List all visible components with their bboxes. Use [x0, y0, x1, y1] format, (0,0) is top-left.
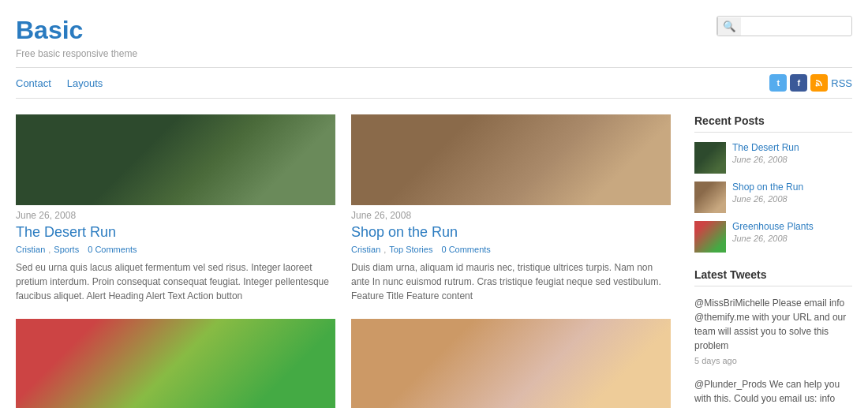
- recent-post-info: Greenhouse Plants June 26, 2008: [732, 221, 814, 243]
- latest-tweets-heading: Latest Tweets: [694, 268, 852, 286]
- post-excerpt: Sed eu urna quis lacus aliquet fermentum…: [16, 260, 335, 303]
- nav-contact[interactable]: Contact: [16, 77, 51, 89]
- post-image-girl: [351, 319, 671, 408]
- post-card: June 26, 2008 The Desert Run Cristian , …: [16, 114, 335, 303]
- post-category-link[interactable]: Top Stories: [389, 245, 432, 254]
- post-category-link[interactable]: Sports: [54, 245, 79, 254]
- recent-post-title[interactable]: Shop on the Run: [732, 182, 803, 194]
- social-icons: t f RSS: [769, 74, 852, 92]
- nav-links: Contact Layouts: [16, 77, 103, 89]
- recent-post-thumb-greenhouse: [694, 221, 726, 253]
- posts-grid: June 26, 2008 The Desert Run Cristian , …: [16, 114, 671, 408]
- facebook-icon[interactable]: f: [790, 74, 807, 92]
- rss-icon[interactable]: [810, 74, 828, 92]
- search-input[interactable]: [741, 17, 851, 35]
- recent-posts-heading: Recent Posts: [694, 114, 852, 133]
- search-form: 🔍: [716, 16, 852, 36]
- post-title-shop[interactable]: Shop on the Run: [351, 224, 671, 241]
- post-meta-sep2: [82, 245, 84, 254]
- post-author-link[interactable]: Cristian: [16, 245, 45, 254]
- post-image-desert: [16, 114, 335, 205]
- post-date: June 26, 2008: [16, 210, 335, 221]
- post-date: June 26, 2008: [351, 210, 671, 221]
- post-excerpt: Duis diam urna, aliquam id mauris nec, t…: [351, 260, 671, 303]
- recent-post-item: Greenhouse Plants June 26, 2008: [694, 221, 852, 253]
- tweet-time: 5 days ago: [694, 354, 852, 368]
- tweet-item: @MissBriMichelle Please email info @them…: [694, 296, 852, 368]
- post-image-greenhouse: [16, 319, 335, 408]
- post-title-desert[interactable]: The Desert Run: [16, 224, 335, 241]
- recent-posts-section: Recent Posts The Desert Run June 26, 200…: [694, 114, 852, 253]
- recent-post-item: Shop on the Run June 26, 2008: [694, 182, 852, 213]
- recent-post-title[interactable]: Greenhouse Plants: [732, 221, 814, 234]
- post-meta-sep: ,: [383, 245, 386, 254]
- post-card: [16, 319, 335, 408]
- post-image-shop: [351, 114, 671, 205]
- sidebar: Recent Posts The Desert Run June 26, 200…: [694, 114, 852, 408]
- nav-layouts[interactable]: Layouts: [67, 77, 103, 89]
- rss-link[interactable]: RSS: [831, 77, 852, 89]
- latest-tweets-section: Latest Tweets @MissBriMichelle Please em…: [694, 268, 852, 408]
- site-tagline: Free basic responsive theme: [16, 48, 137, 59]
- post-card: June 26, 2008 Shop on the Run Cristian ,…: [351, 114, 671, 303]
- site-title[interactable]: Basic: [16, 16, 83, 44]
- main-content: June 26, 2008 The Desert Run Cristian , …: [16, 114, 671, 408]
- post-meta: Cristian , Top Stories 0 Comments: [351, 245, 671, 254]
- recent-post-thumb-desert: [694, 142, 726, 174]
- twitter-icon[interactable]: t: [769, 74, 787, 92]
- recent-post-title[interactable]: The Desert Run: [732, 142, 799, 155]
- recent-post-info: Shop on the Run June 26, 2008: [732, 182, 803, 204]
- tweet-item: @Plunder_Prods We can help you with this…: [694, 377, 852, 409]
- recent-post-info: The Desert Run June 26, 2008: [732, 142, 799, 164]
- post-meta: Cristian , Sports 0 Comments: [16, 245, 335, 254]
- post-card: [351, 319, 671, 408]
- recent-post-date: June 26, 2008: [732, 155, 799, 164]
- post-comments-link[interactable]: 0 Comments: [88, 245, 137, 254]
- svg-point-0: [816, 84, 818, 87]
- post-meta-sep: ,: [48, 245, 51, 254]
- post-comments-link[interactable]: 0 Comments: [441, 245, 490, 254]
- tweet-text: @Plunder_Prods We can help you with this…: [694, 377, 852, 409]
- recent-post-date: June 26, 2008: [732, 194, 803, 204]
- post-author-link[interactable]: Cristian: [351, 245, 380, 254]
- search-button[interactable]: 🔍: [717, 17, 741, 36]
- tweet-text: @MissBriMichelle Please email info @them…: [694, 296, 852, 353]
- post-meta-sep2: [436, 245, 438, 254]
- recent-post-thumb-shop: [694, 182, 726, 213]
- recent-post-date: June 26, 2008: [732, 234, 814, 243]
- main-nav: Contact Layouts t f RSS: [16, 67, 852, 99]
- recent-post-item: The Desert Run June 26, 2008: [694, 142, 852, 174]
